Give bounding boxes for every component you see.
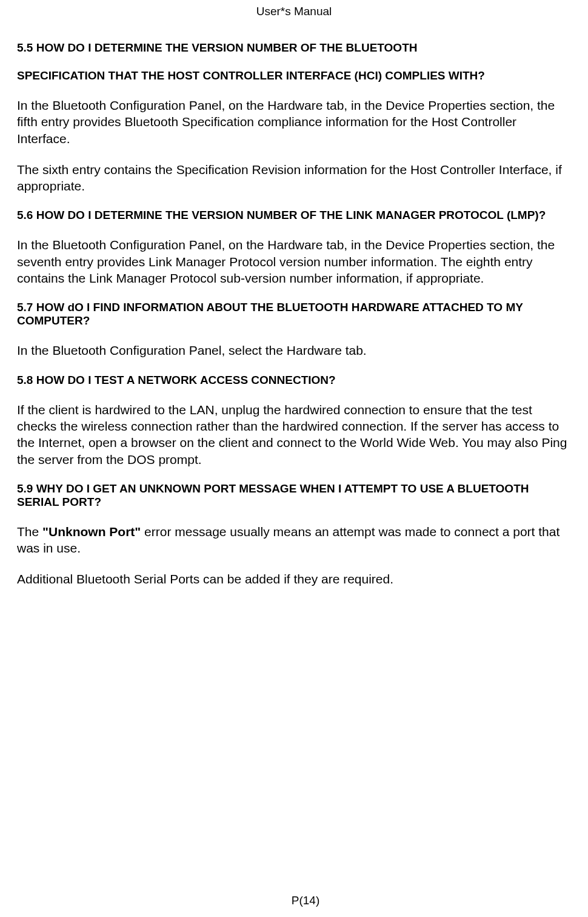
section-5-7-heading: 5.7 HOW dO I FIND INFORMATION ABOUT THE … xyxy=(17,301,571,328)
page-number: P(14) xyxy=(269,894,319,907)
section-5-9-heading: 5.9 WHY DO I GET AN UNKNOWN PORT MESSAGE… xyxy=(17,482,571,509)
section-5-5-para2: The sixth entry contains the Specificati… xyxy=(17,161,571,195)
section-5-6-heading: 5.6 HOW DO I DETERMINE THE VERSION NUMBE… xyxy=(17,209,571,222)
section-5-7-para1: In the Bluetooth Configuration Panel, se… xyxy=(17,342,571,358)
section-5-9-para2: Additional Bluetooth Serial Ports can be… xyxy=(17,571,571,587)
section-5-9-para1-prefix: The xyxy=(17,525,42,539)
section-5-5-para1: In the Bluetooth Configuration Panel, on… xyxy=(17,97,571,147)
section-5-6-para1: In the Bluetooth Configuration Panel, on… xyxy=(17,237,571,286)
header-title: User*s Manual xyxy=(256,5,332,18)
section-5-8-heading: 5.8 HOW DO I TEST A NETWORK ACCESS CONNE… xyxy=(17,374,571,387)
section-5-5-heading-line2: SPECIFICATION THAT THE HOST CONTROLLER I… xyxy=(17,69,571,82)
section-5-9-para1: The "Unknown Port" error message usually… xyxy=(17,523,571,557)
section-5-8-para1: If the client is hardwired to the LAN, u… xyxy=(17,401,571,468)
page-footer: P(14) xyxy=(0,893,588,909)
unknown-port-bold: "Unknown Port" xyxy=(42,525,141,539)
page-header: User*s Manual xyxy=(17,0,571,41)
section-5-5-heading-line1: 5.5 HOW DO I DETERMINE THE VERSION NUMBE… xyxy=(17,41,571,55)
